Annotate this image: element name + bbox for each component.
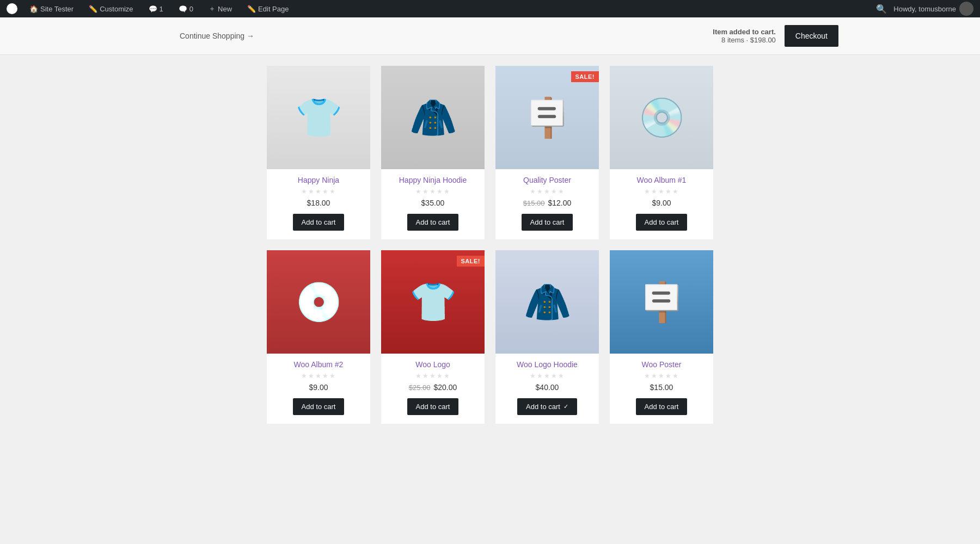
add-to-cart-button-woo-logo-hoodie[interactable]: Add to cart ✓ [517, 398, 577, 415]
product-image-woo-logo-hoodie[interactable] [495, 250, 599, 354]
product-price-woo-logo-hoodie: $40.00 [536, 383, 559, 392]
page-wrapper: Continue Shopping → Item added to cart. … [0, 17, 980, 527]
items-count-text: 8 items · $198.00 [721, 36, 776, 44]
item-added-text: Item added to cart. [713, 28, 776, 36]
star-rating-woo-logo-hoodie: ★★★★★ [530, 372, 565, 380]
product-price-quality-poster: $15.00$12.00 [523, 199, 572, 207]
products-grid: Happy Ninja★★★★★$18.00Add to cartHappy N… [267, 66, 713, 424]
admin-bar-edit-page[interactable]: ✏️ Edit Page [244, 3, 292, 15]
product-image-woo-album-2[interactable] [267, 250, 370, 354]
admin-bar-customize[interactable]: ✏️ Customize [85, 3, 136, 15]
cart-text: Item added to cart. 8 items · $198.00 [713, 28, 776, 44]
product-card-happy-ninja-hoodie: Happy Ninja Hoodie★★★★★$35.00Add to cart [381, 66, 485, 239]
add-to-cart-button-happy-ninja[interactable]: Add to cart [293, 214, 345, 231]
avatar [959, 2, 973, 16]
original-price-quality-poster: $15.00 [523, 199, 545, 207]
admin-bar-new[interactable]: ＋ New [205, 2, 235, 16]
house-icon: 🏠 [29, 5, 38, 13]
comments-icon: 💬 [149, 5, 157, 13]
continue-shopping-link[interactable]: Continue Shopping → [180, 32, 254, 40]
comments-count: 1 [160, 5, 163, 13]
add-to-cart-button-woo-logo[interactable]: Add to cart [407, 398, 459, 415]
star-rating-woo-logo: ★★★★★ [415, 372, 451, 380]
howdy-label: Howdy, tomusborne [893, 5, 956, 13]
add-to-cart-button-woo-poster[interactable]: Add to cart [636, 398, 688, 415]
product-title-woo-logo-hoodie[interactable]: Woo Logo Hoodie [512, 360, 582, 369]
product-price-woo-logo: $25.00$20.00 [409, 383, 457, 392]
plus-icon: ＋ [209, 4, 216, 14]
customize-icon: ✏️ [89, 5, 97, 13]
add-to-cart-button-quality-poster[interactable]: Add to cart [522, 214, 573, 231]
star-rating-woo-album-1: ★★★★★ [644, 188, 679, 195]
product-price-happy-ninja-hoodie: $35.00 [421, 199, 445, 207]
product-title-woo-poster[interactable]: Woo Poster [638, 360, 686, 369]
star-rating-happy-ninja-hoodie: ★★★★★ [415, 188, 451, 195]
admin-bar-pending-comments[interactable]: 🗨️ 0 [175, 3, 197, 15]
star-rating-woo-poster: ★★★★★ [644, 372, 679, 380]
product-card-quality-poster: SALE!Quality Poster★★★★★$15.00$12.00Add … [495, 66, 599, 239]
product-image-quality-poster[interactable]: SALE! [495, 66, 599, 169]
sale-price-quality-poster: $12.00 [548, 199, 571, 207]
checkout-button[interactable]: Checkout [785, 25, 838, 47]
product-card-woo-logo-hoodie: Woo Logo Hoodie★★★★★$40.00Add to cart ✓ [495, 250, 599, 424]
admin-bar: 🏠 Site Tester ✏️ Customize 💬 1 🗨️ 0 ＋ Ne… [0, 0, 980, 17]
product-card-woo-logo: SALE!Woo Logo★★★★★$25.00$20.00Add to car… [381, 250, 485, 424]
edit-icon: ✏️ [247, 5, 256, 13]
products-container: Happy Ninja★★★★★$18.00Add to cartHappy N… [267, 55, 713, 446]
pending-count: 0 [189, 5, 193, 13]
search-icon[interactable]: 🔍 [876, 4, 887, 14]
product-title-quality-poster[interactable]: Quality Poster [519, 176, 575, 184]
add-to-cart-button-happy-ninja-hoodie[interactable]: Add to cart [407, 214, 459, 231]
product-title-happy-ninja[interactable]: Happy Ninja [293, 176, 344, 184]
star-rating-woo-album-2: ★★★★★ [301, 372, 336, 380]
product-card-woo-poster: Woo Poster★★★★★$15.00Add to cart [610, 250, 713, 424]
product-price-woo-album-1: $9.00 [652, 199, 671, 207]
admin-bar-site[interactable]: 🏠 Site Tester [26, 3, 77, 15]
product-card-happy-ninja: Happy Ninja★★★★★$18.00Add to cart [267, 66, 370, 239]
product-price-woo-poster: $15.00 [650, 383, 673, 392]
product-image-happy-ninja[interactable] [267, 66, 370, 169]
pending-icon: 🗨️ [179, 5, 187, 13]
check-icon: ✓ [564, 403, 568, 410]
add-to-cart-button-woo-album-2[interactable]: Add to cart [293, 398, 345, 415]
site-label: Site Tester [40, 5, 74, 13]
original-price-woo-logo: $25.00 [409, 384, 431, 392]
product-title-woo-album-1[interactable]: Woo Album #1 [633, 176, 691, 184]
product-image-woo-album-1[interactable] [610, 66, 713, 169]
star-rating-quality-poster: ★★★★★ [530, 188, 565, 195]
star-rating-happy-ninja: ★★★★★ [301, 188, 336, 195]
admin-bar-right: 🔍 Howdy, tomusborne [876, 2, 973, 16]
product-title-happy-ninja-hoodie[interactable]: Happy Ninja Hoodie [395, 176, 471, 184]
cart-notification-bar: Continue Shopping → Item added to cart. … [0, 17, 980, 55]
admin-howdy[interactable]: Howdy, tomusborne [893, 2, 973, 16]
add-to-cart-button-woo-album-1[interactable]: Add to cart [636, 214, 688, 231]
sale-badge-quality-poster: SALE! [571, 71, 599, 82]
page-outer: Continue Shopping → Item added to cart. … [0, 0, 980, 527]
sale-price-woo-logo: $20.00 [433, 383, 457, 392]
product-image-happy-ninja-hoodie[interactable] [381, 66, 485, 169]
edit-label: Edit Page [258, 5, 289, 13]
product-image-woo-logo[interactable]: SALE! [381, 250, 485, 354]
admin-bar-comments[interactable]: 💬 1 [145, 3, 167, 15]
customize-label: Customize [100, 5, 133, 13]
cart-info: Item added to cart. 8 items · $198.00 Ch… [713, 25, 838, 47]
product-price-happy-ninja: $18.00 [307, 199, 330, 207]
sale-badge-woo-logo: SALE! [457, 256, 485, 267]
new-label: New [218, 5, 232, 13]
product-card-woo-album-2: Woo Album #2★★★★★$9.00Add to cart [267, 250, 370, 424]
product-title-woo-logo[interactable]: Woo Logo [411, 360, 455, 369]
product-image-woo-poster[interactable] [610, 250, 713, 354]
product-price-woo-album-2: $9.00 [309, 383, 328, 392]
wordpress-logo[interactable] [7, 3, 17, 14]
product-card-woo-album-1: Woo Album #1★★★★★$9.00Add to cart [610, 66, 713, 239]
product-title-woo-album-2[interactable]: Woo Album #2 [290, 360, 348, 369]
